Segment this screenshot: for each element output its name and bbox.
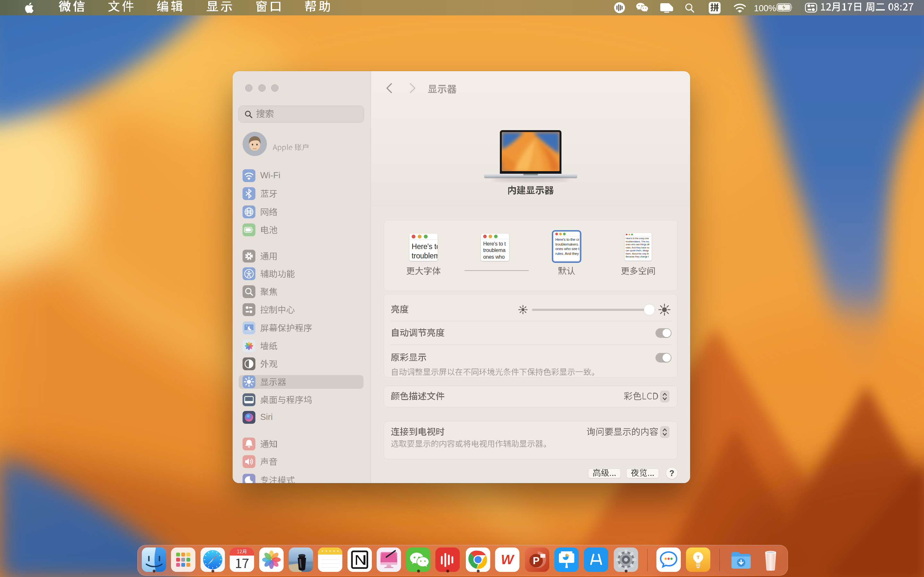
svg-text:W: W xyxy=(501,552,515,567)
svg-text:P: P xyxy=(533,555,540,566)
svg-text:T: T xyxy=(696,554,699,560)
